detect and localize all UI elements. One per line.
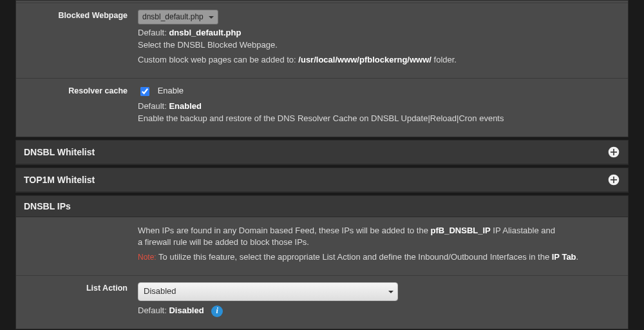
resolver-cache-help: Enable the backup and restore of the DNS…: [138, 113, 504, 123]
default-value: dnsbl_default.php: [169, 28, 241, 37]
default-value: Enabled: [169, 101, 202, 111]
blocked-webpage-help1: Select the DNSBL Blocked Webpage.: [138, 40, 278, 50]
dnsbl-ips-panel: DNSBL IPs When IPs are found in any Doma…: [15, 195, 629, 329]
plus-circle-icon[interactable]: [607, 173, 620, 186]
dnsbl-whitelist-header[interactable]: DNSBL Whitelist: [16, 141, 628, 164]
dnsbl-ips-desc-line2: a firewall rule will be added to block t…: [138, 237, 309, 247]
plus-circle-icon[interactable]: [607, 146, 620, 159]
info-icon[interactable]: i: [211, 306, 223, 317]
resolver-cache-cb-label: Enable: [158, 86, 184, 95]
dnsbl-ips-header: DNSBL IPs: [16, 196, 628, 217]
resolver-cache-checkbox[interactable]: [140, 87, 149, 96]
settings-panel: Blocked Webpage dnsbl_default.php Defaul…: [15, 0, 629, 137]
dnsbl-whitelist-title: DNSBL Whitelist: [24, 147, 95, 157]
top1m-whitelist-panel: TOP1M Whitelist: [15, 168, 629, 193]
blocked-webpage-label: Blocked Webpage: [16, 8, 135, 73]
default-prefix: Default:: [138, 101, 169, 111]
top1m-whitelist-title: TOP1M Whitelist: [24, 175, 95, 185]
top1m-whitelist-header[interactable]: TOP1M Whitelist: [16, 168, 628, 192]
blocked-webpage-help2-post: folder.: [431, 55, 457, 64]
dnsbl-ips-desc-bold: pfB_DNSBL_IP: [431, 226, 491, 235]
row-resolver-cache: Resolver cache Enable Default: Enabled E…: [16, 78, 628, 137]
dnsbl-ips-desc-pre: When IPs are found in any Domain based F…: [138, 226, 431, 235]
list-action-label: List Action: [16, 281, 135, 324]
dnsbl-whitelist-panel: DNSBL Whitelist: [15, 140, 629, 165]
row-dnsbl-ips-desc: When IPs are found in any Domain based F…: [16, 217, 628, 276]
note-bold: IP Tab: [552, 252, 576, 262]
row-blocked-webpage: Blocked Webpage dnsbl_default.php Defaul…: [16, 3, 628, 78]
list-action-select[interactable]: Disabled: [138, 282, 398, 301]
note-text-pre: To utilize this feature, select the appr…: [156, 252, 552, 262]
note-text-post: .: [576, 252, 579, 262]
note-label: Note:: [138, 253, 156, 262]
svg-rect-2: [611, 151, 617, 153]
resolver-cache-label: Resolver cache: [16, 84, 135, 131]
default-prefix: Default:: [138, 306, 169, 315]
blocked-webpage-select[interactable]: dnsbl_default.php: [138, 10, 218, 24]
svg-rect-5: [611, 179, 617, 180]
row-list-action: List Action Disabled Default: Disabled i: [16, 275, 628, 329]
default-value: Disabled: [169, 306, 204, 315]
dnsbl-ips-title: DNSBL IPs: [24, 201, 71, 211]
blocked-webpage-path: /usr/local/www/pfblockerng/www/: [298, 55, 431, 64]
default-prefix: Default:: [138, 28, 169, 37]
blocked-webpage-help2-pre: Custom block web pages can be added to:: [138, 55, 298, 64]
dnsbl-ips-desc-mid: IP Aliastable and: [491, 226, 555, 235]
